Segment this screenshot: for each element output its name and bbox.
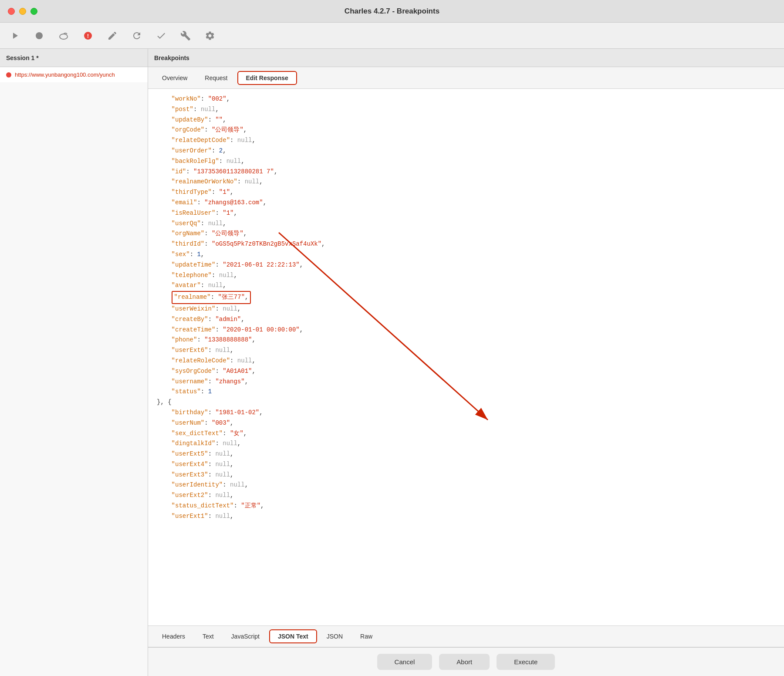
tab-request[interactable]: Request [197,72,235,84]
json-content-area[interactable]: "workNo": "002", "post": null, "updateBy… [148,89,784,625]
tab-json[interactable]: JSON [319,630,351,642]
json-line: "orgName": "公司领导", [157,229,775,239]
json-line: "orgCode": "公司领导", [157,125,775,135]
abort-button[interactable]: Abort [439,654,490,670]
json-line: "isRealUser": "1", [157,208,775,219]
window-title: Charles 4.2.7 - Breakpoints [345,7,439,16]
json-line: "updateTime": "2021-06-01 22:22:13", [157,260,775,270]
svg-text:!: ! [87,33,89,39]
close-button[interactable] [8,8,15,15]
record-icon[interactable] [33,30,45,42]
traffic-lights [8,8,37,15]
tools-icon[interactable] [179,30,192,42]
session-header: Session 1 * [0,49,148,67]
json-line: "userQq": null, [157,219,775,229]
json-line: "realnameOrWorkNo": null, [157,177,775,187]
json-line: "backRoleFlg": null, [157,156,775,167]
tab-raw[interactable]: Raw [352,630,380,642]
json-line: "status": 1 [157,387,775,397]
execute-button[interactable]: Execute [497,654,555,670]
json-line: "workNo": "002", [157,94,775,105]
tab-edit-response[interactable]: Edit Response [237,71,297,85]
content-area: Breakpoints Overview Request Edit Respon… [148,49,784,676]
throttle-icon[interactable] [57,30,70,42]
json-line: "userExt6": null, [157,345,775,356]
json-line: "sysOrgCode": "A01A01", [157,366,775,377]
json-line: "userExt4": null, [157,460,775,470]
json-line: "userNum": "003", [157,418,775,429]
json-line: "thirdId": "oGS5q5Pk7z0TKBn2gB5vxSaf4uXk… [157,239,775,250]
json-line: "post": null, [157,105,775,115]
json-line: "createBy": "admin", [157,314,775,325]
json-line: "userExt3": null, [157,470,775,480]
json-line: "userExt5": null, [157,449,775,460]
action-buttons: Cancel Abort Execute [148,647,784,676]
maximize-button[interactable] [30,8,37,15]
json-line: "telephone": null, [157,270,775,281]
json-line: "thirdType": "1", [157,187,775,198]
breakpoints-header: Breakpoints [148,49,784,67]
json-line: "avatar": null, [157,281,775,291]
url-indicator [6,72,11,78]
json-line: "email": "zhangs@163.com", [157,198,775,208]
tab-json-text[interactable]: JSON Text [269,629,317,643]
json-line: "status_dictText": "正常", [157,501,775,511]
sidebar: Session 1 * https://www.yunbangong100.co… [0,49,148,676]
json-line: }, { [157,397,775,408]
breakpoint-icon[interactable]: ! [82,30,94,42]
json-line: "id": "137353601132880281 7", [157,167,775,177]
validate-icon[interactable] [155,30,167,42]
settings-icon[interactable] [204,30,216,42]
json-line: "sex": 1, [157,250,775,260]
json-line: "createTime": "2020-01-01 00:00:00", [157,325,775,335]
edit-icon[interactable] [106,30,118,42]
json-line: "userExt1": null, [157,511,775,522]
top-tabs: Overview Request Edit Response [148,67,784,89]
json-line: "userIdentity": null, [157,480,775,490]
sidebar-url: https://www.yunbangong100.com/yunch [15,71,115,78]
json-line: "phone": "13388888888", [157,335,775,345]
highlighted-realname-line: "realname": "张三77", [157,291,775,304]
titlebar: Charles 4.2.7 - Breakpoints [0,0,784,23]
json-line: "username": "zhangs", [157,377,775,387]
json-line: "dingtalkId": null, [157,439,775,449]
bottom-tabs: Headers Text JavaScript JSON Text JSON R… [148,625,784,647]
tab-overview[interactable]: Overview [154,72,195,84]
tab-text[interactable]: Text [195,630,222,642]
json-line: "relateDeptCode": null, [157,135,775,146]
json-line: "updateBy": "", [157,115,775,125]
tab-headers[interactable]: Headers [154,630,193,642]
json-line: "userWeixin": null, [157,304,775,314]
json-line: "birthday": "1981-01-02", [157,408,775,418]
svg-point-0 [36,32,43,39]
main-container: Session 1 * https://www.yunbangong100.co… [0,49,784,676]
minimize-button[interactable] [19,8,26,15]
start-icon[interactable] [9,30,21,42]
json-line: "sex_dictText": "女", [157,429,775,439]
tab-javascript[interactable]: JavaScript [223,630,267,642]
refresh-icon[interactable] [131,30,143,42]
json-line: "userOrder": 2, [157,146,775,156]
cancel-button[interactable]: Cancel [377,654,433,670]
sidebar-url-item[interactable]: https://www.yunbangong100.com/yunch [0,67,148,82]
json-line: "userExt2": null, [157,490,775,501]
svg-point-1 [60,34,68,39]
toolbar: ! [0,23,784,49]
json-line: "relateRoleCode": null, [157,356,775,366]
